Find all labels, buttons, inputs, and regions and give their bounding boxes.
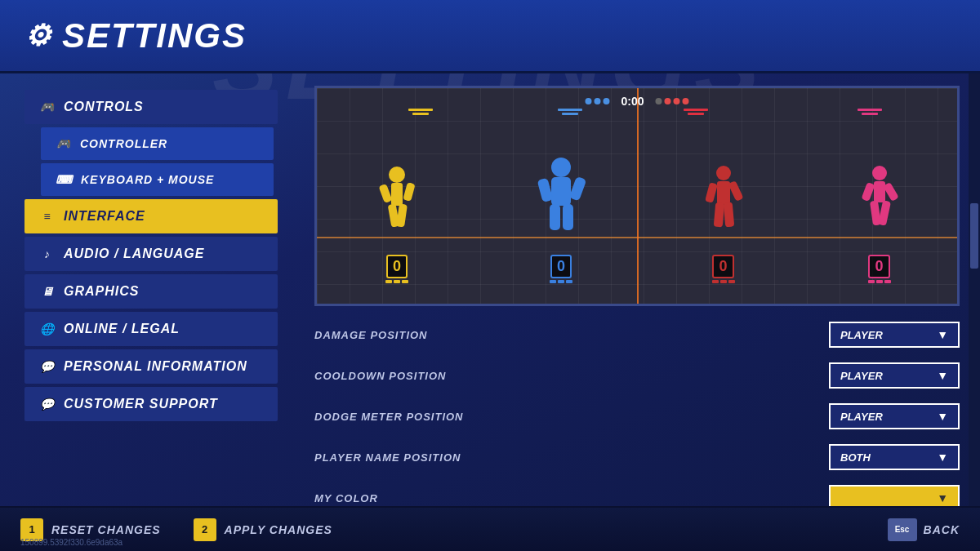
dot-red-3 <box>683 98 689 104</box>
char-p1-info: 0 <box>385 255 408 283</box>
controls-icon: 🎮 <box>39 100 56 113</box>
svg-rect-1 <box>391 183 403 206</box>
interface-icon: ≡ <box>39 210 56 223</box>
online-icon: 🌐 <box>39 322 56 335</box>
svg-rect-15 <box>728 180 743 202</box>
svg-rect-19 <box>874 181 885 202</box>
sidebar-item-controls[interactable]: 🎮 CONTROLS <box>24 90 278 124</box>
setting-row-cooldown-position: COOLDOWN POSITION PLAYER ▼ <box>314 359 960 392</box>
sidebar-item-online-legal[interactable]: 🌐 ONLINE / LEGAL <box>24 312 278 346</box>
scrollbar-thumb[interactable] <box>970 203 978 269</box>
char-p3-silhouette <box>703 165 744 238</box>
keyboard-label: KEYBOARD + MOUSE <box>81 173 214 186</box>
cooldown-position-value: PLAYER <box>840 370 929 382</box>
svg-rect-16 <box>713 202 724 228</box>
keyboard-icon: ⌨ <box>56 173 73 186</box>
reset-label: RESET CHANGES <box>51 523 161 536</box>
svg-rect-11 <box>563 204 573 230</box>
my-color-label: MY COLOR <box>314 492 378 504</box>
damage-position-arrow: ▼ <box>937 328 948 341</box>
character-p4: 0 <box>859 165 900 238</box>
cooldown-position-dropdown[interactable]: PLAYER ▼ <box>829 362 960 389</box>
header: ⚙ SETTINGS <box>0 0 980 73</box>
page-title: ⚙ SETTINGS <box>24 16 247 56</box>
stock-p4-3 <box>884 280 891 283</box>
esc-key-badge: Esc <box>888 518 917 541</box>
setting-row-damage-position: DAMAGE POSITION PLAYER ▼ <box>314 318 960 351</box>
char-p3-stocks <box>712 280 735 283</box>
plat-p1 <box>408 109 433 115</box>
svg-rect-13 <box>717 181 730 204</box>
stock-p3-1 <box>712 280 719 283</box>
player-name-position-arrow: ▼ <box>937 451 948 464</box>
char-p1-silhouette <box>375 165 420 238</box>
hud-left-dots <box>585 98 609 104</box>
damage-position-label: DAMAGE POSITION <box>314 329 428 341</box>
character-p2: 0 <box>535 157 588 238</box>
characters: 0 <box>317 157 957 238</box>
gear-icon: ⚙ <box>24 19 52 53</box>
stock-p2-2 <box>558 280 564 283</box>
svg-rect-3 <box>403 182 415 202</box>
apply-action[interactable]: 2 APPLY CHANGES <box>194 518 332 541</box>
stock-p1-3 <box>402 280 408 283</box>
dodge-meter-position-dropdown[interactable]: PLAYER ▼ <box>829 403 960 429</box>
plat-bar-red-1 <box>684 109 708 111</box>
plat-bar-blue-1 <box>558 109 582 111</box>
dot-blue-3 <box>603 98 609 104</box>
personal-icon: 💬 <box>39 360 56 373</box>
graphics-icon: 🖥 <box>39 285 56 298</box>
plat-bar-red-2 <box>688 113 704 115</box>
bottom-bar: 1 RESET CHANGES 2 APPLY CHANGES Esc BACK… <box>0 506 980 551</box>
svg-rect-5 <box>396 203 408 227</box>
graphics-label: GRAPHICS <box>64 284 139 299</box>
svg-rect-9 <box>568 176 586 202</box>
cooldown-position-arrow: ▼ <box>937 369 948 382</box>
hud-right-dots <box>656 98 689 104</box>
platform-indicators <box>317 109 957 115</box>
controller-icon: 🎮 <box>56 137 72 150</box>
char-p4-silhouette <box>859 165 900 238</box>
dodge-meter-position-value: PLAYER <box>840 411 929 423</box>
svg-point-6 <box>551 158 571 177</box>
stock-p1-2 <box>394 280 400 283</box>
game-preview: 0:00 <box>314 86 960 306</box>
online-label: ONLINE / LEGAL <box>64 322 180 336</box>
player-name-position-dropdown[interactable]: BOTH ▼ <box>829 444 960 470</box>
support-icon: 💬 <box>39 398 56 411</box>
scrollbar[interactable] <box>969 73 980 506</box>
svg-rect-17 <box>723 202 734 228</box>
sidebar-item-keyboard-mouse[interactable]: ⌨ KEYBOARD + MOUSE <box>41 163 274 196</box>
svg-rect-23 <box>877 200 890 225</box>
plat-p3 <box>684 109 708 115</box>
apply-label: APPLY CHANGES <box>225 523 332 536</box>
back-label: BACK <box>924 523 960 536</box>
cooldown-position-label: COOLDOWN POSITION <box>314 370 446 382</box>
my-color-arrow: ▼ <box>937 491 948 504</box>
support-label: CUSTOMER SUPPORT <box>64 397 218 411</box>
char-p3-info: 0 <box>712 255 735 283</box>
personal-label: PERSONAL INFORMATION <box>64 359 247 374</box>
sidebar-item-personal-info[interactable]: 💬 PERSONAL INFORMATION <box>24 349 278 384</box>
damage-position-dropdown[interactable]: PLAYER ▼ <box>829 322 960 348</box>
sidebar-item-customer-support[interactable]: 💬 CUSTOMER SUPPORT <box>24 387 278 421</box>
right-panel: 0:00 <box>302 73 980 551</box>
back-action[interactable]: Esc BACK <box>888 518 960 541</box>
title-text: SETTINGS <box>62 16 247 56</box>
svg-point-0 <box>389 167 405 183</box>
char-p4-stocks <box>868 280 891 283</box>
char-p2-percent: 0 <box>550 255 572 278</box>
stock-p4-2 <box>876 280 883 283</box>
plat-bar-yellow-2 <box>412 113 429 115</box>
stock-p4-1 <box>868 280 875 283</box>
controller-label: CONTROLLER <box>80 137 167 150</box>
sidebar-item-interface[interactable]: ≡ INTERFACE <box>24 199 278 233</box>
sidebar-item-graphics[interactable]: 🖥 GRAPHICS <box>24 274 278 309</box>
dodge-meter-position-label: DODGE METER POSITION <box>314 411 464 423</box>
sidebar-item-controller[interactable]: 🎮 CONTROLLER <box>41 127 274 160</box>
dot-red-1 <box>665 98 671 104</box>
sidebar-item-audio-language[interactable]: ♪ AUDIO / LANGUAGE <box>24 237 278 271</box>
player-name-position-value: BOTH <box>840 451 929 464</box>
svg-rect-20 <box>861 182 875 202</box>
svg-point-12 <box>716 166 731 180</box>
